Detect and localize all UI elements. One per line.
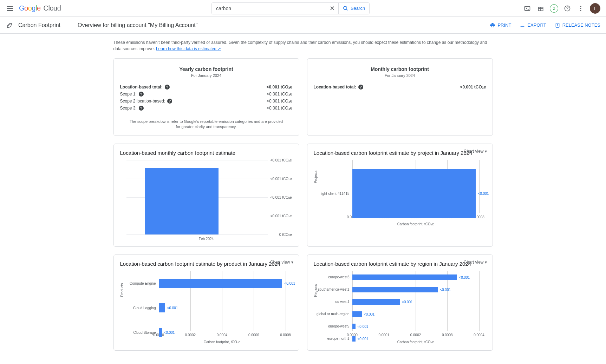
svg-point-9 [580,10,581,11]
monthly-period: For January 2024 [314,73,486,78]
scope-row: Scope 3:?<0.001 tCO₂e [120,106,293,111]
disclaimer-link[interactable]: Learn how this data is estimated ↗ [156,46,221,51]
help-icon[interactable]: ? [358,85,363,90]
search-button-label: Search [351,6,365,11]
scope-row: Scope 2 location-based:?<0.001 tCO₂e [120,99,293,104]
y-tick-label: <0.001 tCO₂e [271,214,292,218]
page-title: Overview for billing account "My Billing… [69,22,197,28]
monthly-card: Monthly carbon footprint For January 202… [307,58,493,136]
chart-view-toggle[interactable]: Chart view ▾ [464,260,487,265]
product-name: Carbon Footprint [18,17,69,33]
y-tick-label: <0.001 tCO₂e [271,158,292,162]
print-icon [490,22,495,28]
top-bar: Google Cloud ✕ Search 2 L [0,0,606,17]
leaf-icon [6,21,13,29]
project-chart-card: Chart view ▾ Location-based carbon footp… [307,144,493,247]
help-icon[interactable]: ? [167,99,172,104]
bar-value: <0.001 [440,287,451,291]
svg-rect-2 [524,6,530,11]
x-axis-label: Feb 2024 [145,237,268,241]
search-clear-icon[interactable]: ✕ [326,5,338,12]
bar-value: <0.001 [284,282,295,285]
gift-icon[interactable] [536,4,545,13]
svg-point-8 [580,8,581,9]
export-button[interactable]: EXPORT [520,22,546,28]
region-chart-title: Location-based carbon footprint estimate… [314,260,486,267]
bar-category: Cloud Logging [120,306,159,310]
bar-category: light-client-411418 [314,192,352,196]
product-chart-title: Location-based carbon footprint estimate… [120,260,293,267]
product-chart-card: Chart view ▾ Location-based carbon footp… [113,254,299,351]
bar-value: <0.001 [358,324,369,328]
bar-category: us-west1 [314,300,352,304]
topbar-right: 2 L [523,3,600,14]
gcp-logo[interactable]: Google Cloud [19,4,61,12]
bar-value: <0.001 [459,275,470,279]
region-chart: Regions 0.00000.00010.00020.00030.0004 e… [314,271,486,345]
chart-bar: light-client-411418<0.001 [314,169,479,218]
region-chart-card: Chart view ▾ Location-based carbon footp… [307,254,493,351]
monthly-title: Monthly carbon footprint [314,66,486,72]
chart-bar: us-west1<0.001 [314,299,479,305]
svg-point-0 [344,6,347,9]
sub-actions: PRINT EXPORT RELEASE NOTES [490,22,600,28]
avatar[interactable]: L [590,3,600,14]
chart-bar: global or multi-region<0.001 [314,311,479,317]
yearly-card: Yearly carbon footprint For January 2024… [113,58,299,136]
monthly-chart-card: Location-based monthly carbon footprint … [113,144,299,247]
cloud-shell-icon[interactable] [523,4,532,13]
chart-bar: Compute Engine<0.001 [120,279,286,288]
chart-view-toggle[interactable]: Chart view ▾ [464,149,487,154]
chart-bar: Cloud Storage<0.001 [120,328,286,337]
menu-icon[interactable] [6,4,14,13]
release-notes-button[interactable]: RELEASE NOTES [555,22,600,28]
help-icon[interactable]: ? [139,106,144,111]
bar-category: Compute Engine [120,282,159,285]
notification-badge[interactable]: 2 [550,4,558,13]
search-input[interactable] [212,6,326,11]
chart-bar: southamerica-west1<0.001 [314,287,479,292]
content: These emissions haven’t been third-party… [106,34,500,364]
product-chart: Products 0.00000.00020.00040.00060.0008 … [120,271,293,345]
bar-category: europe-north1 [314,337,352,340]
monthly-chart: <0.001 tCO₂e<0.001 tCO₂e<0.001 tCO₂e<0.0… [120,160,293,241]
chart-bar: europe-west9<0.001 [314,324,479,329]
monthly-chart-title: Location-based monthly carbon footprint … [120,150,293,157]
search-button[interactable]: Search [338,3,369,14]
print-button[interactable]: PRINT [490,22,511,28]
y-tick-label: <0.001 tCO₂e [271,177,292,181]
download-icon [520,22,525,28]
bar-value: <0.001 [478,192,489,196]
sub-bar: Carbon Footprint Overview for billing ac… [0,17,606,34]
y-tick-label: 0 tCO₂e [279,233,292,237]
chart-bar: Cloud Logging<0.001 [120,303,286,312]
bar-value: <0.001 [364,312,375,316]
bar-value: <0.001 [164,331,175,335]
project-chart: Projects 0.00000.00020.00040.00060.0008 … [314,160,486,227]
bar-category: global or multi-region [314,312,352,316]
yearly-note: The scope breakdowns refer to Google's r… [120,119,293,130]
chart-bar: europe-west3<0.001 [314,274,479,280]
bar-category: europe-west9 [314,324,352,328]
svg-line-1 [346,9,347,10]
disclaimer: These emissions haven’t been third-party… [113,39,493,52]
help-icon[interactable]: ? [139,92,144,97]
search-icon [343,6,348,11]
scope-row: Scope 1:?<0.001 tCO₂e [120,92,293,97]
project-chart-title: Location-based carbon footprint estimate… [314,150,486,157]
search-box: ✕ Search [211,2,370,14]
more-icon[interactable] [576,4,585,13]
yearly-title: Yearly carbon footprint [120,66,293,72]
bar-feb-2024 [145,168,219,234]
notes-icon [555,22,560,28]
chart-view-toggle[interactable]: Chart view ▾ [270,260,293,265]
bar-category: Cloud Storage [120,331,159,335]
bar-value: <0.001 [402,300,413,304]
help-icon[interactable] [563,4,572,13]
bar-category: europe-west3 [314,275,352,279]
svg-point-7 [580,6,581,7]
bar-category: southamerica-west1 [314,287,352,291]
help-icon[interactable]: ? [165,85,170,90]
bar-value: <0.001 [167,306,178,310]
y-tick-label: <0.001 tCO₂e [271,196,292,199]
